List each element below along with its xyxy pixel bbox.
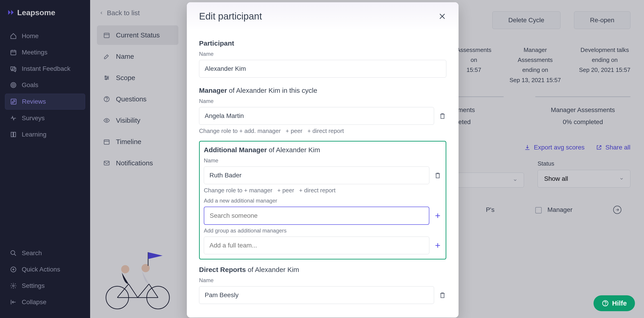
add-group-label: Add group as additional managers [204,228,442,234]
manager-name-label: Name [199,98,446,104]
additional-manager-name-input[interactable] [204,167,429,184]
trash-icon[interactable] [438,291,446,299]
help-icon [602,300,609,307]
manager-name-input[interactable] [199,107,434,125]
close-icon[interactable] [438,12,446,21]
edit-participant-modal: Edit participant Participant Name Manage… [187,2,458,317]
trash-icon[interactable] [434,172,442,179]
direct-reports-name-label: Name [199,277,446,283]
participant-name-input[interactable] [199,60,446,78]
additional-manager-role-links: Change role to + manager + peer + direct… [204,187,442,194]
plus-icon[interactable] [434,242,442,249]
add-new-manager-label: Add a new additional manager [204,198,442,204]
role-direct-report-link[interactable]: + direct report [307,127,344,134]
plus-icon[interactable] [434,212,442,220]
manager-role-links: Change role to + add. manager + peer + d… [199,127,446,134]
additional-manager-heading: Additional Manager of Alexander Kim [204,146,442,154]
modal-body: Participant Name Manager of Alexander Ki… [187,30,458,316]
role-manager-link[interactable]: + manager [244,187,272,194]
participant-name-label: Name [199,51,446,57]
trash-icon[interactable] [438,112,446,120]
direct-report-name-input[interactable] [199,286,434,304]
role-direct-report-link[interactable]: + direct report [299,187,336,194]
role-peer-link[interactable]: + peer [286,127,302,134]
role-add-manager-link[interactable]: + add. manager [239,127,281,134]
additional-manager-name-label: Name [204,157,442,164]
role-peer-link[interactable]: + peer [278,187,294,194]
modal-title: Edit participant [199,11,262,22]
search-someone-input[interactable] [204,207,429,225]
add-team-input[interactable] [204,237,429,254]
help-label: Hilfe [612,299,627,307]
help-button[interactable]: Hilfe [594,295,635,311]
manager-heading: Manager of Alexander Kim in this cycle [199,87,446,94]
direct-reports-heading: Direct Reports of Alexander Kim [199,266,446,273]
additional-manager-section: Additional Manager of Alexander Kim Name… [199,141,446,259]
participant-heading: Participant [199,40,446,47]
modal-header: Edit participant [187,2,458,30]
